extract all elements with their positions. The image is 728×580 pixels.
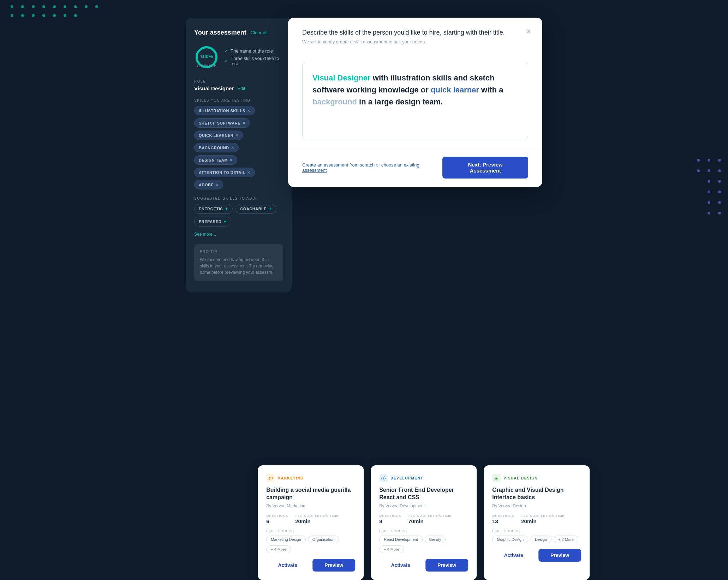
suggested-prepared[interactable]: PREPARED + bbox=[194, 217, 231, 226]
visual-icon: ◈ bbox=[492, 474, 501, 482]
chip-marketing-design: Marketing Design bbox=[266, 536, 306, 543]
skill-tag-quick[interactable]: QUICK LEARNER × bbox=[194, 131, 243, 140]
marketing-label: MARKETING bbox=[278, 476, 304, 480]
text-period: . bbox=[441, 97, 443, 106]
preview-marketing-button[interactable]: Preview bbox=[312, 559, 355, 572]
checklist-item-2: ✓ Three skills you'd like to test bbox=[225, 56, 283, 66]
chip-organisation: Organisation bbox=[308, 536, 339, 543]
card-development: ⟨/⟩ DEVELOPMENT Senior Front End Develop… bbox=[371, 465, 477, 580]
text-quick-learner: quick learner bbox=[431, 85, 479, 94]
visual-label: VISUAL DESIGN bbox=[503, 476, 538, 480]
chip-react: React Development bbox=[379, 536, 423, 543]
questions-stat: QUESTIONS 6 bbox=[266, 514, 288, 524]
remove-skill-attention[interactable]: × bbox=[247, 170, 250, 175]
development-label: DEVELOPMENT bbox=[390, 476, 423, 480]
add-coachable-icon[interactable]: + bbox=[269, 206, 272, 212]
remove-skill-background[interactable]: × bbox=[231, 145, 234, 150]
remove-skill-sketch[interactable]: × bbox=[243, 120, 245, 126]
remove-skill-illustration[interactable]: × bbox=[247, 108, 250, 113]
role-label: ROLE bbox=[194, 79, 283, 83]
pro-tip-title: PRO TIP bbox=[200, 250, 278, 254]
card-marketing: 🏷 MARKETING Building a social media guer… bbox=[258, 465, 364, 580]
check-icon-2: ✓ bbox=[225, 59, 228, 63]
sidebar: Your assessment Clear all 100% STRENGTH … bbox=[186, 18, 292, 292]
chip-graphic-design: Graphic Design bbox=[492, 536, 528, 543]
skills-label: SKILLS YOU ARE TESTING: bbox=[194, 98, 283, 102]
card-stats-marketing: QUESTIONS 6 AVG COMPLETION TIME 20min bbox=[266, 514, 355, 524]
preview-development-button[interactable]: Preview bbox=[425, 559, 468, 572]
development-icon: ⟨/⟩ bbox=[379, 474, 388, 482]
modal-title: Describe the skills of the person you'd … bbox=[302, 29, 528, 36]
skill-tag-sketch[interactable]: SKETCH SOFTWARE × bbox=[194, 118, 250, 128]
marketing-icon: 🏷 bbox=[266, 474, 275, 482]
skill-tag-illustration[interactable]: ILLUSTRATION SKILLS × bbox=[194, 106, 255, 115]
role-name: Visual Designer bbox=[194, 85, 234, 91]
strength-container: 100% STRENGTH ✓ The name of the role ✓ T… bbox=[194, 45, 283, 70]
card-actions-marketing: Activate Preview bbox=[266, 559, 355, 572]
skill-tag-attention[interactable]: ATTENTION TO DETAIL × bbox=[194, 168, 255, 177]
text-large-team: in a large design team bbox=[357, 97, 441, 106]
check-icon-1: ✓ bbox=[225, 49, 228, 53]
suggested-energetic[interactable]: ENERGETIC + bbox=[194, 204, 233, 214]
modal-subtitle: We will instantly create a skill assessm… bbox=[302, 39, 528, 44]
skills-tags: ILLUSTRATION SKILLS × SKETCH SOFTWARE × … bbox=[194, 106, 283, 189]
strength-circle: 100% STRENGTH bbox=[194, 45, 219, 70]
skill-tag-design-team[interactable]: DESIGN TEAM × bbox=[194, 155, 237, 165]
suggested-coachable[interactable]: COACHABLE + bbox=[235, 204, 276, 214]
clear-all-button[interactable]: Clear all bbox=[251, 30, 268, 35]
pro-tip-text: We recommend having between 3–6 skills i… bbox=[200, 256, 278, 276]
text-editor[interactable]: Visual Designer with illustration skills… bbox=[302, 62, 528, 139]
remove-skill-quick[interactable]: × bbox=[235, 133, 238, 138]
card-title-development: Senior Front End Developer React and CSS bbox=[379, 487, 468, 501]
text-background: background bbox=[312, 97, 357, 106]
suggested-tags: ENERGETIC + COACHABLE + PREPARED + bbox=[194, 204, 283, 226]
remove-skill-design-team[interactable]: × bbox=[230, 157, 233, 163]
skill-chips-development: React Development Brevity + 4 More bbox=[379, 536, 468, 553]
chip-brevity: Brevity bbox=[425, 536, 446, 543]
skill-tag-adobe[interactable]: ADOBE × bbox=[194, 180, 223, 189]
footer-links: Create an assessment from scratch or cho… bbox=[302, 162, 442, 173]
card-category-marketing: 🏷 MARKETING bbox=[266, 474, 355, 482]
skill-chips-visual: Graphic Design Design + 2 More bbox=[492, 536, 581, 543]
activate-development-button[interactable]: Activate bbox=[379, 559, 422, 572]
modal-header: Describe the skills of the person you'd … bbox=[288, 18, 542, 53]
see-more-button[interactable]: See more... bbox=[194, 232, 216, 237]
card-category-development: ⟨/⟩ DEVELOPMENT bbox=[379, 474, 468, 482]
sidebar-title: Your assessment bbox=[194, 29, 246, 36]
questions-stat-dev: QUESTIONS 8 bbox=[379, 514, 401, 524]
checklist-item-1: ✓ The name of the role bbox=[225, 48, 283, 54]
card-author-visual: By Vervoe Design bbox=[492, 503, 581, 508]
completion-stat-dev: AVG COMPLETION TIME 70min bbox=[408, 514, 452, 524]
card-stats-visual: QUESTIONS 13 AVG COMPLETION TIME 20min bbox=[492, 514, 581, 524]
chip-more-vis: + 2 More bbox=[554, 536, 578, 543]
remove-skill-adobe[interactable]: × bbox=[216, 182, 219, 187]
chip-more-marketing: + 4 More bbox=[266, 545, 291, 553]
edit-button[interactable]: Edit bbox=[237, 86, 245, 91]
card-title-visual: Graphic and Visual Design Interface basi… bbox=[492, 487, 581, 501]
main-modal: Describe the skills of the person you'd … bbox=[288, 18, 542, 187]
strength-label: STRENGTH bbox=[196, 64, 217, 67]
preview-visual-button[interactable]: Preview bbox=[538, 549, 581, 562]
add-energetic-icon[interactable]: + bbox=[225, 206, 228, 212]
next-preview-button[interactable]: Next: Preview Assessment bbox=[442, 157, 528, 179]
questions-stat-vis: QUESTIONS 13 bbox=[492, 514, 514, 524]
card-category-visual: ◈ VISUAL DESIGN bbox=[492, 474, 581, 482]
card-visual: ◈ VISUAL DESIGN Graphic and Visual Desig… bbox=[484, 465, 590, 580]
sidebar-header: Your assessment Clear all bbox=[194, 29, 283, 36]
create-from-scratch-link[interactable]: Create an assessment from scratch bbox=[302, 162, 375, 168]
chip-design: Design bbox=[530, 536, 551, 543]
close-button[interactable]: × bbox=[527, 28, 531, 36]
card-actions-visual: Activate Preview bbox=[492, 549, 581, 562]
card-author-development: By Vervoe Development bbox=[379, 503, 468, 508]
card-actions-development: Activate Preview bbox=[379, 559, 468, 572]
chip-more-dev: + 4 More bbox=[379, 545, 404, 553]
role-row: Visual Designer Edit bbox=[194, 85, 283, 91]
activate-visual-button[interactable]: Activate bbox=[492, 549, 535, 562]
skill-chips-marketing: Marketing Design Organisation + 4 More bbox=[266, 536, 355, 553]
text-with-a: with a bbox=[479, 85, 503, 94]
card-title-marketing: Building a social media guerilla campaig… bbox=[266, 487, 355, 501]
activate-marketing-button[interactable]: Activate bbox=[266, 559, 309, 572]
skill-tag-background[interactable]: BACKGROUND × bbox=[194, 143, 239, 152]
card-stats-development: QUESTIONS 8 AVG COMPLETION TIME 70min bbox=[379, 514, 468, 524]
add-prepared-icon[interactable]: + bbox=[223, 219, 227, 224]
